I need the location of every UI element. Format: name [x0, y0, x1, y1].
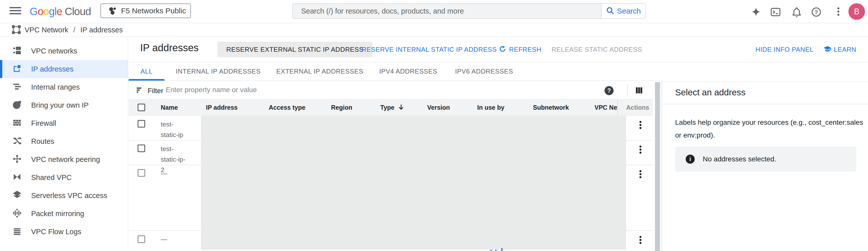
- no-selection-infobox: i No addresses selected.: [675, 147, 857, 172]
- hamburger-menu-icon[interactable]: [9, 7, 21, 16]
- column-divider: [617, 99, 618, 116]
- project-name: F5 Networks Public: [121, 6, 186, 15]
- filter-icon: [135, 86, 144, 95]
- filter-input[interactable]: [166, 83, 588, 96]
- tab-internal-ip-addresses[interactable]: INTERNAL IP ADDRESSES: [176, 62, 261, 81]
- internal-ranges-icon: [12, 82, 22, 93]
- redacted-table-data: [201, 116, 626, 250]
- sidebar-item-ip-addresses[interactable]: IP addresses: [0, 60, 128, 78]
- project-selector[interactable]: F5 Networks Public: [100, 3, 191, 18]
- account-avatar[interactable]: B: [848, 3, 865, 20]
- row-checkbox[interactable]: [137, 120, 145, 127]
- tab-all[interactable]: ALL: [129, 62, 164, 81]
- column-header-access-type[interactable]: Access type: [269, 99, 305, 116]
- column-header-ip-address[interactable]: IP address: [206, 99, 238, 116]
- gemini-sparkle-icon[interactable]: [750, 6, 762, 18]
- row-actions-menu-icon[interactable]: [636, 145, 645, 155]
- packet-mirroring-icon: [12, 208, 22, 219]
- column-header-vpc-network[interactable]: VPC Net: [594, 99, 618, 116]
- logo-cloud-text: Cloud: [65, 5, 91, 17]
- row-actions-menu-icon[interactable]: [636, 235, 645, 245]
- row-actions-menu-icon[interactable]: [636, 120, 645, 130]
- sidebar-item-label: VPC Flow Logs: [31, 228, 82, 236]
- sidebar-item-label: Firewall: [31, 119, 56, 127]
- select-all-checkbox[interactable]: [137, 104, 145, 111]
- sidebar-item-label: Serverless VPC access: [31, 191, 107, 200]
- row-name-cell: —: [161, 168, 189, 179]
- logo-letter: o: [38, 5, 43, 17]
- sidebar-item-serverless-vpc-access[interactable]: Serverless VPC access: [0, 187, 128, 205]
- help-icon[interactable]: ?: [811, 6, 822, 18]
- row-actions-menu-icon[interactable]: [636, 169, 645, 179]
- clipped-blue-element: [501, 248, 502, 251]
- logo-letter: l: [55, 5, 57, 17]
- no-selection-message: No addresses selected.: [703, 155, 776, 163]
- firewall-icon: [12, 118, 22, 129]
- column-header-name[interactable]: Name: [161, 99, 178, 116]
- table-body: test-static-ip test-static-ip-2 — —: [129, 116, 653, 251]
- row-checkbox[interactable]: [137, 236, 145, 243]
- column-header-in-use-by[interactable]: In use by: [477, 99, 504, 116]
- sidebar-item-shared-vpc[interactable]: Shared VPC: [0, 168, 128, 187]
- row-checkbox[interactable]: [137, 145, 145, 152]
- row-name-cell: —: [161, 234, 189, 245]
- cloud-shell-icon[interactable]: [770, 6, 781, 18]
- global-search-input[interactable]: [292, 4, 601, 18]
- info-panel-description: Labels help organize your resources (e.g…: [675, 116, 868, 142]
- sidebar-item-vpc-network-peering[interactable]: VPC network peering: [0, 150, 128, 168]
- sidebar-item-packet-mirroring[interactable]: Packet mirroring: [0, 205, 128, 223]
- learn-school-icon: [823, 45, 832, 54]
- info-icon: i: [686, 155, 695, 164]
- release-static-address-button[interactable]: RELEASE STATIC ADDRESS: [552, 42, 642, 57]
- sidebar-item-routes[interactable]: Routes: [0, 132, 128, 150]
- svg-text:?: ?: [814, 9, 818, 15]
- sidebar-item-bring-your-own-ip[interactable]: Bring your own IP: [0, 96, 128, 114]
- logo-letter: e: [57, 5, 62, 17]
- learn-label: LEARN: [834, 42, 857, 57]
- reserve-external-static-ip-button[interactable]: RESERVE EXTERNAL STATIC IP ADDRESS: [217, 42, 372, 57]
- sidebar-item-label: VPC network peering: [31, 155, 100, 164]
- row-checkbox[interactable]: [137, 169, 145, 177]
- column-header-type[interactable]: Type: [380, 99, 395, 116]
- sidebar-item-label: VPC networks: [31, 47, 78, 55]
- serverless-vpc-access-icon: [12, 190, 22, 201]
- sidebar-item-vpc-networks[interactable]: VPC networks: [0, 42, 128, 60]
- column-header-subnetwork[interactable]: Subnetwork: [533, 99, 569, 116]
- global-search: Search: [292, 3, 646, 19]
- row-name-cell[interactable]: test-static-ip: [161, 119, 189, 140]
- logo-letter: g: [49, 5, 54, 17]
- breadcrumb-separator: /: [73, 26, 75, 34]
- column-header-region[interactable]: Region: [331, 99, 352, 116]
- refresh-label: REFRESH: [509, 42, 541, 57]
- ip-addresses-icon: [12, 63, 22, 74]
- info-panel: Select an address Labels help organize y…: [661, 82, 868, 251]
- hide-info-panel-button[interactable]: HIDE INFO PANEL: [755, 42, 813, 57]
- search-button-label: Search: [617, 7, 641, 15]
- breadcrumb-page: IP addresses: [81, 26, 123, 34]
- notifications-bell-icon[interactable]: [791, 6, 802, 18]
- column-header-version[interactable]: Version: [427, 99, 450, 116]
- filter-divider: [627, 85, 628, 96]
- sidebar-item-vpc-flow-logs[interactable]: VPC Flow Logs: [0, 223, 128, 241]
- sidebar-item-internal-ranges[interactable]: Internal ranges: [0, 78, 128, 96]
- tab-external-ip-addresses[interactable]: EXTERNAL IP ADDRESSES: [276, 62, 363, 81]
- vertical-scrollbar[interactable]: [655, 82, 660, 251]
- sidebar-item-label: Internal ranges: [31, 83, 80, 91]
- top-bar: GoogleCloud F5 Networks Public Search: [0, 0, 868, 23]
- reserve-internal-static-ip-button[interactable]: RESERVE INTERNAL STATIC IP ADDRESS: [362, 42, 497, 57]
- sidebar-item-label: Shared VPC: [31, 174, 71, 182]
- column-display-options-icon[interactable]: [634, 86, 644, 95]
- sidebar-item-firewall[interactable]: Firewall: [0, 114, 128, 132]
- column-header-actions: Actions: [626, 99, 649, 116]
- refresh-button[interactable]: REFRESH: [499, 42, 541, 57]
- breadcrumb-section[interactable]: VPC Network: [25, 26, 68, 34]
- refresh-icon: [499, 45, 506, 54]
- sort-descending-arrow-icon[interactable]: [397, 103, 405, 113]
- filter-help-icon[interactable]: ?: [604, 86, 614, 95]
- search-button[interactable]: Search: [601, 4, 645, 18]
- learn-button[interactable]: LEARN: [823, 42, 857, 57]
- page-title: IP addresses: [140, 42, 199, 54]
- more-options-icon[interactable]: [833, 6, 844, 17]
- tab-ipv6-addresses[interactable]: IPV6 ADDRESSES: [455, 62, 513, 81]
- tab-ipv4-addresses[interactable]: IPV4 ADDRESSES: [379, 62, 437, 81]
